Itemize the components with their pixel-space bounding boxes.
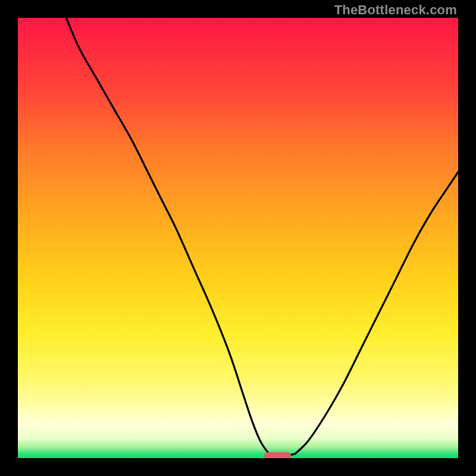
plot-area: [18, 18, 458, 458]
min-marker: [264, 452, 290, 458]
watermark-text: TheBottleneck.com: [334, 2, 457, 18]
chart-frame: TheBottleneck.com: [0, 0, 476, 476]
bottleneck-curve: [18, 18, 458, 458]
